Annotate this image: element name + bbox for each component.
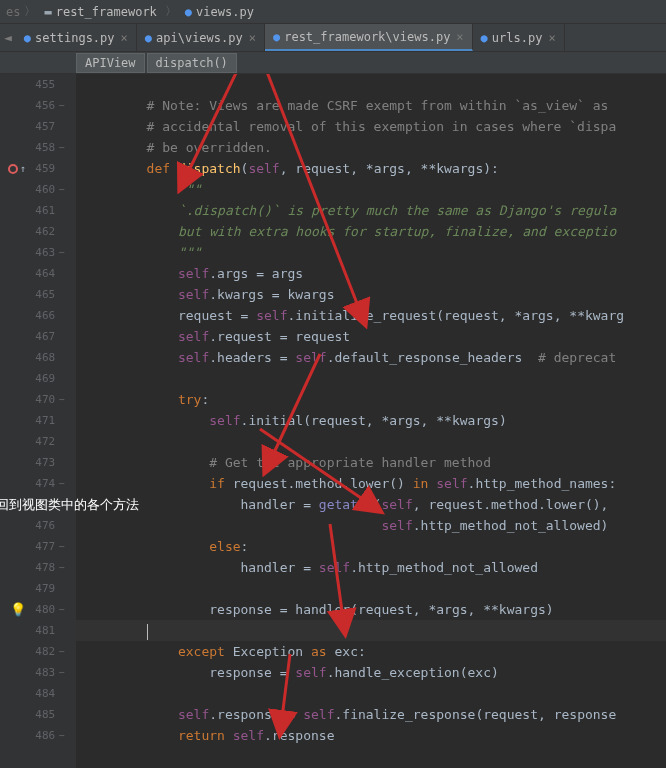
gutter-line[interactable]: 473 <box>0 452 76 473</box>
gutter-line[interactable]: 483− <box>0 662 76 683</box>
gutter-line[interactable]: 462 <box>0 221 76 242</box>
fold-icon[interactable]: − <box>59 667 65 678</box>
code-line[interactable]: else: <box>76 536 666 557</box>
gutter-line[interactable]: 471 <box>0 410 76 431</box>
close-icon[interactable]: × <box>249 31 256 45</box>
code-line[interactable]: self.args = args <box>76 263 666 284</box>
gutter-line[interactable]: 484 <box>0 683 76 704</box>
fold-icon[interactable]: − <box>59 247 65 258</box>
gutter-line[interactable]: 460− <box>0 179 76 200</box>
breadcrumb-file[interactable]: ● views.py <box>179 3 260 21</box>
code-line[interactable] <box>76 74 666 95</box>
code-line[interactable]: response = self.handle_exception(exc) <box>76 662 666 683</box>
code-line[interactable]: response = handler(request, *args, **kwa… <box>76 599 666 620</box>
gutter-line[interactable]: 486− <box>0 725 76 746</box>
python-icon: ● <box>273 30 280 44</box>
fold-icon[interactable]: − <box>59 142 65 153</box>
close-icon[interactable]: × <box>121 31 128 45</box>
breadcrumb-folder[interactable]: ▬ rest_framework <box>38 3 162 21</box>
line-number: 468 <box>26 351 55 364</box>
code-line[interactable]: self.response = self.finalize_response(r… <box>76 704 666 725</box>
code-line[interactable]: # be overridden. <box>76 137 666 158</box>
fold-icon[interactable]: − <box>59 184 65 195</box>
line-number: 476 <box>26 519 55 532</box>
gutter-line[interactable]: 465 <box>0 284 76 305</box>
fold-icon[interactable]: − <box>59 646 65 657</box>
close-icon[interactable]: × <box>456 30 463 44</box>
gutter-line[interactable]: 474− <box>0 473 76 494</box>
code-line[interactable]: """ <box>76 179 666 200</box>
code-line[interactable] <box>76 431 666 452</box>
gutter-line[interactable]: 469 <box>0 368 76 389</box>
code-line[interactable]: # Note: Views are made CSRF exempt from … <box>76 95 666 116</box>
fold-icon[interactable]: − <box>59 604 65 615</box>
gutter-line[interactable]: 464 <box>0 263 76 284</box>
line-number: 461 <box>26 204 55 217</box>
line-number: 455 <box>26 78 55 91</box>
fold-icon[interactable]: − <box>59 730 65 741</box>
gutter-line[interactable]: 463− <box>0 242 76 263</box>
code-line[interactable] <box>76 368 666 389</box>
code-line[interactable]: handler = getattr(self, request.method.l… <box>76 494 666 515</box>
close-icon[interactable]: × <box>548 31 555 45</box>
gutter-line[interactable]: 466 <box>0 305 76 326</box>
editor-tab[interactable]: ●rest_framework\views.py× <box>265 24 473 51</box>
gutter-line[interactable]: 💡480− <box>0 599 76 620</box>
code-line[interactable]: return self.response <box>76 725 666 746</box>
code-line[interactable]: self.kwargs = kwargs <box>76 284 666 305</box>
line-number: 460 <box>26 183 55 196</box>
code-line[interactable]: self.http_method_not_allowed) <box>76 515 666 536</box>
gutter-line[interactable]: 477− <box>0 536 76 557</box>
code-line[interactable]: # accidental removal of this exemption i… <box>76 116 666 137</box>
code-line[interactable]: request = self.initialize_request(reques… <box>76 305 666 326</box>
code-line[interactable]: except Exception as exc: <box>76 641 666 662</box>
code-line[interactable]: self.headers = self.default_response_hea… <box>76 347 666 368</box>
gutter-line[interactable]: 472 <box>0 431 76 452</box>
gutter-line[interactable]: 476 <box>0 515 76 536</box>
structure-item[interactable]: dispatch() <box>147 53 237 73</box>
code-line[interactable]: # Get the appropriate handler method <box>76 452 666 473</box>
gutter-line[interactable]: 456− <box>0 95 76 116</box>
code-line[interactable]: handler = self.http_method_not_allowed <box>76 557 666 578</box>
gutter-line[interactable]: ↑459 <box>0 158 76 179</box>
gutter-line[interactable]: 457 <box>0 116 76 137</box>
code-line[interactable]: """ <box>76 242 666 263</box>
lightbulb-icon[interactable]: 💡 <box>10 602 26 617</box>
code-line[interactable]: def dispatch(self, request, *args, **kwa… <box>76 158 666 179</box>
gutter-line[interactable]: 468 <box>0 347 76 368</box>
gutter-line[interactable]: 470− <box>0 389 76 410</box>
gutter-line[interactable]: 485 <box>0 704 76 725</box>
fold-icon[interactable]: − <box>59 394 65 405</box>
code-line[interactable]: self.initial(request, *args, **kwargs) <box>76 410 666 431</box>
tab-scroll-left-icon[interactable]: ◄ <box>0 30 16 45</box>
code-line[interactable]: try: <box>76 389 666 410</box>
code-line[interactable]: but with extra hooks for startup, finali… <box>76 221 666 242</box>
code-line[interactable] <box>76 683 666 704</box>
line-number: 467 <box>26 330 55 343</box>
line-number: 480 <box>26 603 55 616</box>
gutter-line[interactable]: 478− <box>0 557 76 578</box>
gutter-line[interactable]: 482− <box>0 641 76 662</box>
gutter-line[interactable]: 481 <box>0 620 76 641</box>
structure-item[interactable]: APIView <box>76 53 145 73</box>
gutter-line[interactable]: 458− <box>0 137 76 158</box>
code-line[interactable] <box>76 620 666 641</box>
code-line[interactable]: self.request = request <box>76 326 666 347</box>
breakpoint-icon[interactable] <box>8 164 18 174</box>
code-area[interactable]: # Note: Views are made CSRF exempt from … <box>76 74 666 768</box>
code-line[interactable] <box>76 578 666 599</box>
gutter-line[interactable]: 455 <box>0 74 76 95</box>
gutter-line[interactable]: 461 <box>0 200 76 221</box>
gutter-line[interactable]: 479 <box>0 578 76 599</box>
code-line[interactable]: `.dispatch()` is pretty much the same as… <box>76 200 666 221</box>
editor-tab[interactable]: ●urls.py× <box>473 24 565 51</box>
fold-icon[interactable]: − <box>59 478 65 489</box>
fold-icon[interactable]: − <box>59 562 65 573</box>
fold-icon[interactable]: − <box>59 100 65 111</box>
code-line[interactable]: if request.method.lower() in self.http_m… <box>76 473 666 494</box>
folder-icon: ▬ <box>44 5 51 19</box>
editor-tab[interactable]: ●api\views.py× <box>137 24 265 51</box>
editor-tab[interactable]: ●settings.py× <box>16 24 137 51</box>
fold-icon[interactable]: − <box>59 541 65 552</box>
gutter-line[interactable]: 467 <box>0 326 76 347</box>
